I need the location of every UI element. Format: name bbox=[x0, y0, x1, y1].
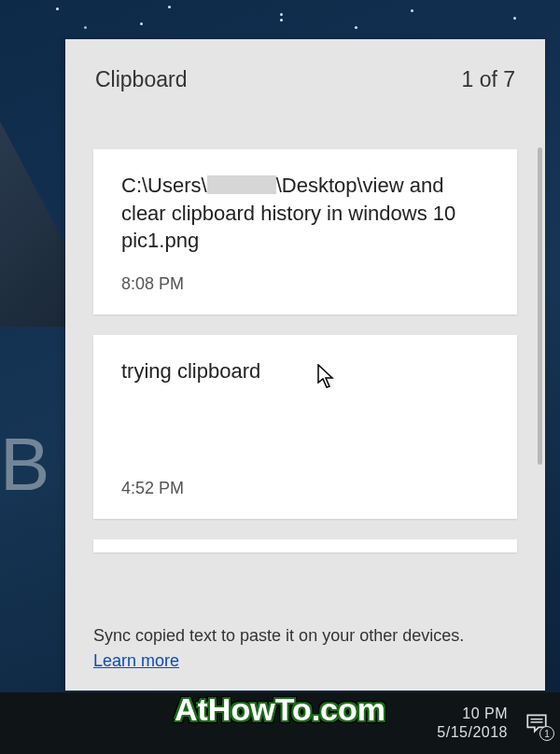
clipboard-item-time: 8:08 PM bbox=[121, 274, 489, 294]
notification-badge: 1 bbox=[539, 726, 554, 741]
clipboard-item[interactable]: C:\Users\\Desktop\view and clear clipboa… bbox=[93, 149, 517, 314]
taskbar-clock[interactable]: 10 PM 5/15/2018 bbox=[437, 705, 508, 742]
clipboard-item[interactable]: trying clipboard 4:52 PM bbox=[93, 335, 517, 519]
learn-more-link[interactable]: Learn more bbox=[93, 651, 179, 670]
clock-date: 5/15/2018 bbox=[437, 723, 508, 742]
action-center-button[interactable]: 1 bbox=[521, 707, 553, 739]
clipboard-body: C:\Users\\Desktop\view and clear clipboa… bbox=[65, 138, 545, 612]
scrollbar[interactable] bbox=[538, 147, 542, 465]
system-tray: 10 PM 5/15/2018 1 bbox=[437, 700, 553, 747]
clipboard-header: Clipboard 1 of 7 bbox=[65, 39, 545, 138]
clipboard-panel: Clipboard 1 of 7 C:\Users\\Desktop\view … bbox=[65, 39, 545, 691]
clipboard-item-text: trying clipboard bbox=[121, 357, 489, 460]
clipboard-footer: Sync copied text to paste it on your oth… bbox=[65, 612, 545, 691]
footer-text: Sync copied text to paste it on your oth… bbox=[93, 626, 464, 645]
clock-time: 10 PM bbox=[437, 705, 508, 723]
clipboard-counter: 1 of 7 bbox=[461, 67, 515, 92]
clipboard-item[interactable] bbox=[93, 539, 517, 552]
wallpaper-letter: B bbox=[0, 422, 49, 508]
clipboard-item-text: C:\Users\\Desktop\view and clear clipboa… bbox=[121, 172, 489, 256]
clipboard-item-time: 4:52 PM bbox=[121, 479, 489, 498]
redacted-username bbox=[207, 175, 276, 194]
clipboard-title: Clipboard bbox=[95, 67, 187, 92]
wallpaper-mountain bbox=[0, 121, 65, 327]
watermark-text: AtHowTo.com bbox=[175, 691, 385, 728]
